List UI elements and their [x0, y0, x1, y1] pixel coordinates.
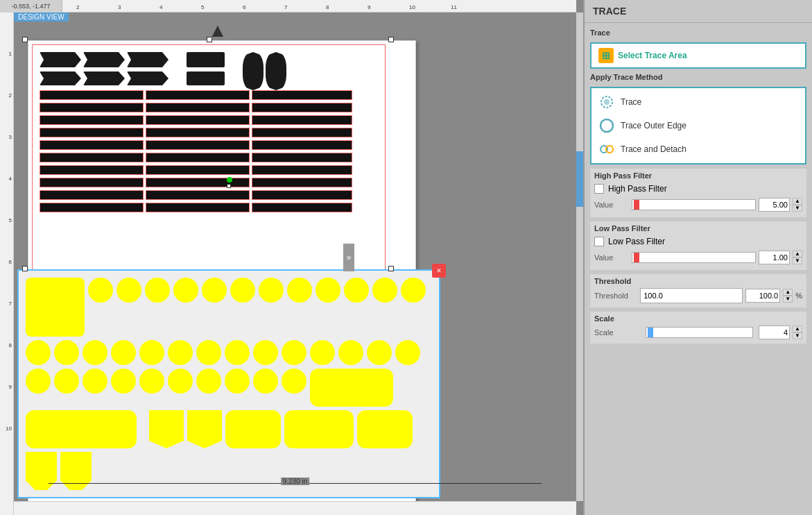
- scale-spinner: ▲ ▼: [793, 326, 802, 339]
- select-trace-area-label: Select Trace Area: [618, 51, 687, 60]
- high-pass-value-row: Value ▲ ▼: [594, 196, 802, 214]
- trace-method-icon-detach: [598, 141, 615, 158]
- low-pass-slider[interactable]: [632, 252, 756, 263]
- high-pass-slider-thumb[interactable]: [634, 200, 639, 210]
- nav-arrow-up[interactable]: ▲: [208, 19, 227, 42]
- right-panel: TRACE Trace ⊞ Select Trace Area Apply Tr…: [583, 0, 812, 515]
- low-pass-value-row: Value ▲ ▼: [594, 249, 802, 267]
- low-pass-value-input[interactable]: [759, 251, 790, 264]
- yellow-content: [19, 271, 439, 497]
- trace-option-detach[interactable]: Trace and Detach: [594, 138, 802, 160]
- trace-method-label-detach: Trace and Detach: [621, 144, 686, 154]
- scale-section-label: Scale: [594, 314, 802, 323]
- handle-ml[interactable]: [22, 266, 28, 271]
- handle-tr[interactable]: [388, 37, 394, 42]
- scale-section: Scale Scale ▲ ▼: [590, 312, 806, 344]
- yellow-shapes-area: ×: [17, 269, 440, 498]
- black-shape: [83, 52, 125, 67]
- black-shape: [187, 71, 225, 85]
- threshold-label: Threshold: [594, 292, 637, 300]
- handle-tl[interactable]: [22, 37, 28, 42]
- low-pass-spinner-up[interactable]: ▲: [793, 251, 802, 258]
- high-pass-filter-row: High Pass Filter: [594, 181, 802, 196]
- threshold-value-input[interactable]: [745, 289, 780, 303]
- black-shape: [127, 71, 169, 85]
- threshold-unit: %: [795, 292, 802, 300]
- high-pass-spinner-down[interactable]: ▼: [793, 205, 802, 212]
- panel-title: TRACE: [585, 0, 812, 23]
- high-pass-filter-section-label: High Pass Filter: [594, 171, 802, 180]
- trace-method-section: Trace Trace Outer Edge: [590, 87, 806, 164]
- threshold-section-label: Threshold: [594, 277, 802, 285]
- low-pass-spinner-down[interactable]: ▼: [793, 258, 802, 264]
- trace-method-icon-outer-edge: [598, 117, 615, 134]
- trace-option-outer-edge[interactable]: Trace Outer Edge: [594, 115, 802, 137]
- close-yellow-region[interactable]: ×: [432, 264, 446, 278]
- scrollbar-right[interactable]: [576, 12, 583, 501]
- canvas-viewport: ▲: [14, 12, 576, 501]
- low-pass-filter-section: Low Pass Filter Low Pass Filter Value ▲ …: [590, 221, 806, 270]
- ruler-bottom: [14, 501, 576, 515]
- high-pass-value-input[interactable]: [759, 198, 790, 212]
- select-trace-area-button[interactable]: ⊞ Select Trace Area: [590, 42, 806, 69]
- low-pass-filter-row: Low Pass Filter: [594, 234, 802, 249]
- scale-slider-thumb[interactable]: [648, 328, 653, 337]
- high-pass-slider[interactable]: [632, 199, 756, 210]
- select-trace-icon: ⊞: [598, 48, 614, 63]
- threshold-section: Threshold Threshold ▲ ▼ %: [590, 274, 806, 307]
- threshold-input[interactable]: [640, 288, 743, 303]
- canvas-area: -0.553, -1.477 1 2 3 4 5 6 7 8 9 10 11 1…: [0, 0, 583, 515]
- low-pass-value-label: Value: [594, 253, 629, 262]
- scale-slider[interactable]: [646, 327, 753, 338]
- black-shapes-region: [32, 44, 386, 280]
- handle-mr[interactable]: [388, 266, 394, 271]
- high-pass-filter-label: High Pass Filter: [608, 184, 667, 194]
- threshold-row: Threshold ▲ ▼ %: [594, 287, 802, 305]
- coordinates-display: -0.553, -1.477: [0, 0, 62, 12]
- panel-content: Trace ⊞ Select Trace Area Apply Trace Me…: [585, 23, 812, 515]
- trace-option-trace[interactable]: Trace: [594, 91, 802, 113]
- scale-spinner-down[interactable]: ▼: [793, 332, 802, 339]
- design-view-label: DESIGN VIEW: [14, 12, 69, 22]
- panel-toggle-btn[interactable]: »: [343, 244, 354, 271]
- black-shape: [243, 52, 264, 90]
- ruler-top: 1 2 3 4 5 6 7 8 9 10 11: [14, 0, 576, 12]
- dimension-line: 9.230 in: [49, 483, 542, 484]
- scale-spinner-up[interactable]: ▲: [793, 326, 802, 332]
- low-pass-filter-section-label: Low Pass Filter: [594, 224, 802, 233]
- svg-point-1: [604, 99, 610, 105]
- trace-method-label-outer-edge: Trace Outer Edge: [621, 121, 686, 130]
- black-shape: [83, 71, 125, 85]
- black-shape: [266, 52, 286, 90]
- trace-method-label-trace: Trace: [621, 97, 641, 107]
- low-pass-filter-label: Low Pass Filter: [608, 237, 665, 246]
- apply-trace-method-label: Apply Trace Method: [590, 73, 806, 81]
- black-shape: [187, 52, 225, 67]
- high-pass-filter-checkbox[interactable]: [594, 184, 604, 194]
- low-pass-spinner: ▲ ▼: [793, 251, 802, 264]
- low-pass-slider-thumb[interactable]: [634, 253, 639, 262]
- scrollbar-thumb[interactable]: [576, 151, 583, 207]
- low-pass-filter-checkbox[interactable]: [594, 237, 604, 246]
- black-row-2: [40, 71, 225, 85]
- black-shape: [40, 71, 81, 85]
- black-shape: [40, 52, 81, 67]
- scale-value-input[interactable]: [759, 326, 790, 339]
- threshold-spinner-up[interactable]: ▲: [783, 289, 793, 296]
- threshold-spinner-down[interactable]: ▼: [783, 296, 793, 303]
- high-pass-spinner: ▲ ▼: [793, 198, 802, 212]
- threshold-spinner: ▲ ▼: [783, 289, 793, 303]
- high-pass-filter-section: High Pass Filter High Pass Filter Value …: [590, 169, 806, 217]
- black-shape: [127, 52, 169, 67]
- svg-point-2: [601, 119, 613, 132]
- scale-row: Scale ▲ ▼: [594, 324, 802, 341]
- trace-method-icon-trace: [598, 94, 615, 110]
- dimension-text: 9.230 in: [281, 478, 310, 485]
- black-bars-region: [40, 90, 372, 215]
- high-pass-value-label: Value: [594, 201, 629, 209]
- ruler-left: 1 2 3 4 5 6 7 8 9 10: [0, 12, 14, 515]
- scale-label: Scale: [594, 328, 643, 337]
- high-pass-spinner-up[interactable]: ▲: [793, 198, 802, 205]
- trace-section-label: Trace: [590, 28, 806, 37]
